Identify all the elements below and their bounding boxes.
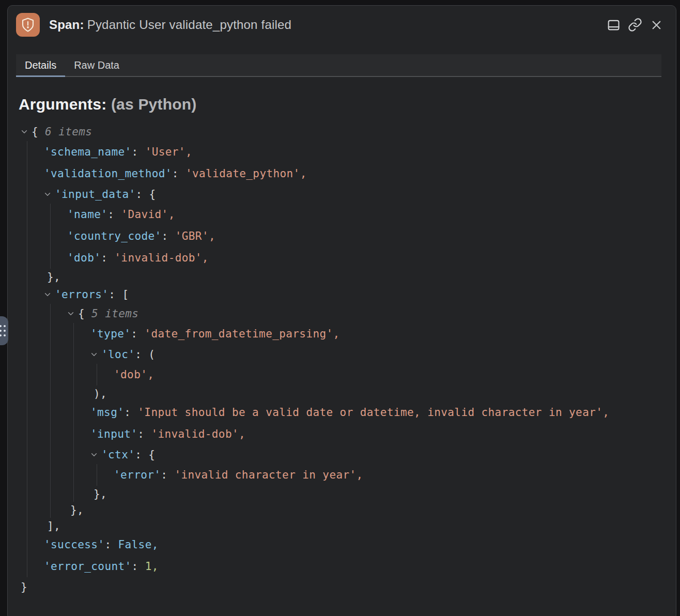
panel-header: Span:Pydantic User validate_python faile… (8, 6, 676, 37)
tree-token-items: 6 items (45, 126, 92, 138)
tree-row: 'input_data': { (8, 184, 676, 204)
header-actions (605, 17, 664, 33)
close-icon (650, 18, 663, 32)
tree-token-punct: : (124, 406, 137, 419)
collapse-toggle-icon[interactable] (90, 451, 98, 458)
arguments-tree: { 6 items'schema_name': 'User','validati… (8, 122, 676, 596)
tree-token-key: 'input' (90, 428, 137, 440)
span-detail-panel: Span:Pydantic User validate_python faile… (7, 5, 676, 616)
tree-token-punct: }, (47, 271, 60, 283)
tree-token-string: 'validate_python', (186, 167, 307, 180)
tree-token-key: 'validation_method' (44, 167, 172, 180)
tab-bar: DetailsRaw Data (16, 54, 661, 77)
collapse-toggle-icon[interactable] (21, 128, 28, 135)
tree-token-punct: ), (94, 388, 107, 400)
tree-row: 'dob': 'invalid-dob', (8, 247, 676, 269)
tree-row: ], (11, 518, 676, 534)
tree-token-string: 'David', (121, 208, 175, 221)
indent-guide (50, 204, 51, 269)
tree-token-key: 'type' (90, 328, 131, 340)
tree-token-punct: : { (135, 449, 155, 461)
tree-row: ), (11, 386, 676, 402)
tree-token-punct: : (132, 146, 145, 158)
tree-token-key: 'errors' (55, 288, 109, 301)
tree-row: } (8, 577, 676, 596)
tree-token-key: 'name' (67, 208, 107, 221)
tree-token-punct: : (104, 538, 118, 551)
tree-row: 'country_code': 'GBR', (8, 225, 676, 247)
tree-row: }, (11, 269, 676, 285)
span-title-text: Pydantic User validate_python failed (87, 18, 291, 32)
tree-token-key: 'dob' (67, 252, 101, 264)
tree-token-punct: { (78, 307, 91, 320)
tree-token-punct: : (161, 469, 174, 481)
collapse-toggle-icon[interactable] (44, 191, 51, 198)
tree-token-punct: }, (70, 504, 84, 516)
tree-row: { 6 items (8, 122, 676, 141)
tree-token-punct: ], (47, 520, 60, 532)
tab-details[interactable]: Details (16, 54, 65, 76)
tree-row: 'validation_method': 'validate_python', (8, 163, 676, 184)
tree-row: }, (11, 486, 676, 502)
tree-row: 'schema_name': 'User', (8, 141, 676, 163)
tree-token-punct: : [ (109, 288, 129, 301)
tree-token-punct: : (132, 560, 145, 573)
tree-token-key: 'ctx' (101, 449, 135, 461)
tree-token-string: 'GBR', (175, 230, 215, 242)
collapse-toggle-icon[interactable] (90, 351, 98, 358)
tree-row: 'msg': 'Input should be a valid date or … (8, 402, 676, 423)
tree-token-punct: : (172, 167, 186, 180)
panel-resize-handle[interactable] (0, 316, 8, 345)
tree-row: 'input': 'invalid-dob', (8, 423, 676, 445)
tree-token-punct: : (137, 428, 151, 440)
collapse-toggle-icon[interactable] (67, 310, 74, 317)
tree-row: 'success': False, (8, 534, 676, 556)
arguments-heading-label: Arguments: (19, 96, 106, 113)
tree-token-punct: } (21, 581, 27, 593)
span-kind-label: Span: (49, 18, 84, 32)
tree-token-items: 5 items (91, 307, 138, 320)
tree-token-punct: : (107, 208, 121, 221)
tree-token-bool: False, (118, 538, 158, 551)
tree-token-string: 'User', (145, 146, 192, 158)
dock-panel-button[interactable] (605, 17, 622, 33)
tree-token-string: 'Input should be a valid date or datetim… (137, 406, 609, 419)
tree-token-punct: { (32, 126, 45, 138)
tree-token-key: 'error_count' (44, 560, 132, 573)
tree-token-punct: : (162, 230, 175, 242)
tree-row: 'name': 'David', (8, 204, 676, 225)
shield-alert-icon (16, 13, 40, 37)
panel-title: Span:Pydantic User validate_python faile… (49, 18, 291, 32)
tree-row: 'errors': [ (8, 285, 676, 304)
copy-link-button[interactable] (627, 17, 643, 33)
tree-row: 'error': 'invalid character in year', (8, 464, 676, 486)
tree-row: 'dob', (8, 364, 676, 386)
tree-token-punct: : (131, 328, 144, 340)
tree-token-punct: }, (94, 488, 107, 500)
tree-token-key: 'error' (114, 469, 161, 481)
indent-guide (73, 323, 74, 502)
tree-row: 'loc': ( (8, 345, 676, 364)
tree-token-string: 'invalid character in year', (174, 469, 363, 481)
tree-token-key: 'schema_name' (44, 146, 132, 158)
indent-guide (97, 464, 97, 486)
close-button[interactable] (648, 17, 664, 33)
tree-token-punct: : { (136, 188, 156, 201)
tree-token-key: 'loc' (101, 348, 135, 361)
details-content: Arguments: (as Python) { 6 items'schema_… (8, 96, 676, 596)
tree-token-punct: : ( (135, 348, 155, 361)
arguments-heading: Arguments: (as Python) (19, 96, 676, 113)
tree-token-key: 'success' (44, 538, 104, 551)
tree-token-string: 'dob', (114, 368, 154, 381)
grip-dots-icon (0, 325, 6, 336)
tree-row: { 5 items (8, 304, 676, 323)
tree-token-key: 'country_code' (67, 230, 162, 242)
tab-raw-data[interactable]: Raw Data (65, 54, 128, 76)
tree-token-key: 'msg' (90, 406, 124, 419)
tree-token-string: 'invalid-dob', (114, 252, 209, 264)
tree-token-punct: : (101, 252, 114, 264)
collapse-toggle-icon[interactable] (44, 291, 51, 298)
tree-row: 'error_count': 1, (8, 556, 676, 577)
indent-guide (97, 364, 97, 386)
tree-row: 'ctx': { (8, 445, 676, 464)
